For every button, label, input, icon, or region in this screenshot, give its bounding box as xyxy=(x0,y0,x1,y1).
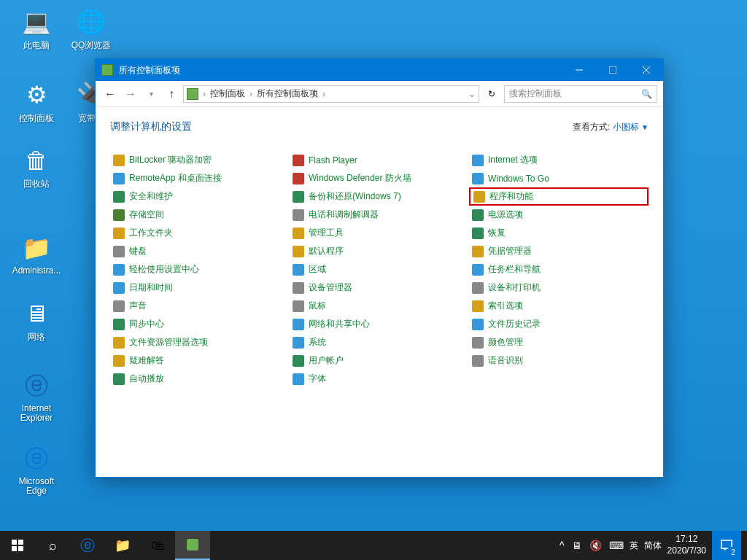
item-icon xyxy=(113,246,125,257)
control-panel-item[interactable]: 日期和时间 xyxy=(110,279,290,297)
item-icon xyxy=(472,355,484,367)
control-panel-item[interactable]: 疑难解答 xyxy=(110,351,290,370)
taskbar-store[interactable]: 🛍 xyxy=(140,531,175,560)
recent-button[interactable]: ▾ xyxy=(142,85,160,103)
control-panel-item[interactable]: 自动播放 xyxy=(110,370,290,388)
item-icon xyxy=(472,228,484,239)
control-panel-item[interactable]: 字体 xyxy=(290,370,469,388)
control-panel-item[interactable]: Flash Player xyxy=(290,151,469,169)
item-label: BitLocker 驱动器加密 xyxy=(129,154,212,166)
item-label: 区域 xyxy=(309,263,326,276)
page-title: 调整计算机的设置 xyxy=(110,120,192,133)
desktop-icon-this-pc[interactable]: 💻此电脑 xyxy=(11,7,62,52)
item-icon xyxy=(472,282,484,294)
item-label: 设备管理器 xyxy=(309,281,352,294)
edge-icon: ⓔ xyxy=(22,445,51,474)
control-panel-item[interactable]: 电源选项 xyxy=(469,206,649,224)
control-panel-item[interactable]: RemoteApp 和桌面连接 xyxy=(110,169,290,187)
desktop-icon-qq-browser[interactable]: 🌐QQ浏览器 xyxy=(66,7,117,52)
ime-indicator[interactable]: 简体 xyxy=(644,540,662,552)
control-panel-item[interactable]: 用户帐户 xyxy=(290,351,469,370)
control-panel-item[interactable]: 安全和维护 xyxy=(110,187,290,206)
content-area: 调整计算机的设置 查看方式: 小图标 ▼ BitLocker 驱动器加密Flas… xyxy=(96,107,663,477)
control-panel-item[interactable]: 语音识别 xyxy=(469,351,649,370)
control-panel-item[interactable]: 颜色管理 xyxy=(469,333,649,351)
search-button[interactable]: ⌕ xyxy=(35,531,70,560)
ime-indicator[interactable]: 英 xyxy=(630,540,638,552)
control-panel-item[interactable]: Windows Defender 防火墙 xyxy=(290,169,469,187)
item-icon xyxy=(293,209,304,221)
control-panel-item[interactable]: 同步中心 xyxy=(110,315,290,333)
network-icon[interactable]: 🖥 xyxy=(572,540,582,551)
item-label: 索引选项 xyxy=(488,300,523,312)
items-grid: BitLocker 驱动器加密Flash PlayerInternet 选项Re… xyxy=(110,151,649,388)
clock[interactable]: 17:12 2020/7/30 xyxy=(667,534,706,556)
volume-icon[interactable]: 🔇 xyxy=(589,540,602,551)
keyboard-icon[interactable]: ⌨ xyxy=(609,540,624,551)
control-panel-item[interactable]: 管理工具 xyxy=(290,224,469,242)
control-panel-item[interactable]: 系统 xyxy=(290,333,469,351)
control-panel-item[interactable]: 区域 xyxy=(290,260,469,279)
refresh-button[interactable]: ↻ xyxy=(482,85,501,103)
system-tray: ^ 🖥 🔇 ⌨ 英 简体 17:12 2020/7/30 2 xyxy=(560,531,747,560)
control-panel-item[interactable]: 默认程序 xyxy=(290,242,469,260)
desktop-icon-ie[interactable]: ⓔInternet Explorer xyxy=(11,372,62,423)
close-button[interactable] xyxy=(630,59,663,81)
start-button[interactable] xyxy=(0,531,35,560)
view-selector[interactable]: 查看方式: 小图标 ▼ xyxy=(573,121,649,133)
back-button[interactable]: ← xyxy=(101,85,119,103)
taskbar-edge[interactable]: ⓔ xyxy=(70,531,105,560)
control-panel-item[interactable]: 键盘 xyxy=(110,242,290,260)
control-panel-item[interactable]: 文件历史记录 xyxy=(469,315,649,333)
minimize-button[interactable] xyxy=(562,59,596,81)
control-panel-item[interactable]: BitLocker 驱动器加密 xyxy=(110,151,290,169)
item-label: 声音 xyxy=(129,300,147,312)
item-label: Flash Player xyxy=(309,155,357,166)
control-panel-item[interactable]: Windows To Go xyxy=(469,169,649,187)
control-panel-item[interactable]: 轻松使用设置中心 xyxy=(110,260,290,279)
up-button[interactable]: ↑ xyxy=(163,85,180,103)
forward-button[interactable]: → xyxy=(122,85,139,103)
control-panel-item[interactable]: 恢复 xyxy=(469,224,649,242)
item-label: 语音识别 xyxy=(488,354,523,367)
control-panel-item[interactable]: 设备和打印机 xyxy=(469,279,649,297)
breadcrumb-item[interactable]: 控制面板 xyxy=(210,88,245,100)
action-center-button[interactable]: 2 xyxy=(712,531,741,560)
desktop-icon-recycle-bin[interactable]: 🗑回收站 xyxy=(11,146,62,190)
control-panel-item[interactable]: 鼠标 xyxy=(290,297,469,315)
desktop[interactable]: 💻此电脑 🌐QQ浏览器 ⚙控制面板 🔌宽带连 🗑回收站 📁Administra.… xyxy=(0,0,747,531)
control-panel-item[interactable]: 声音 xyxy=(110,297,290,315)
breadcrumb-item[interactable]: 所有控制面板项 xyxy=(257,88,318,100)
control-panel-item[interactable]: 索引选项 xyxy=(469,297,649,315)
control-panel-item[interactable]: 存储空间 xyxy=(110,206,290,224)
control-panel-item[interactable]: 电话和调制解调器 xyxy=(290,206,469,224)
control-panel-item[interactable]: 任务栏和导航 xyxy=(469,260,649,279)
control-panel-item[interactable]: 备份和还原(Windows 7) xyxy=(290,187,469,206)
control-panel-item[interactable]: 网络和共享中心 xyxy=(290,315,469,333)
item-icon xyxy=(472,319,484,330)
address-dropdown-icon[interactable]: ⌄ xyxy=(468,89,476,99)
item-icon xyxy=(113,373,125,385)
control-panel-item[interactable]: 文件资源管理器选项 xyxy=(110,333,290,351)
address-bar[interactable]: › 控制面板 › 所有控制面板项 › ⌄ xyxy=(183,85,479,103)
search-input[interactable]: 搜索控制面板 🔍 xyxy=(504,85,657,103)
titlebar[interactable]: 所有控制面板项 xyxy=(96,59,663,81)
control-panel-item[interactable]: Internet 选项 xyxy=(469,151,649,169)
control-panel-item[interactable]: 程序和功能 xyxy=(469,187,649,206)
desktop-icon-network[interactable]: 🖥网络 xyxy=(11,299,62,343)
item-icon xyxy=(293,191,304,203)
desktop-icon-control-panel[interactable]: ⚙控制面板 xyxy=(11,80,62,125)
desktop-icon-administrator[interactable]: 📁Administra... xyxy=(11,233,62,276)
item-label: 程序和功能 xyxy=(489,190,533,203)
control-panel-item[interactable]: 凭据管理器 xyxy=(469,242,649,260)
svg-rect-4 xyxy=(12,540,17,545)
taskbar-explorer[interactable]: 📁 xyxy=(105,531,140,560)
control-panel-item[interactable]: 设备管理器 xyxy=(290,279,469,297)
tray-expand-icon[interactable]: ^ xyxy=(560,540,565,551)
taskbar-control-panel[interactable] xyxy=(175,531,210,560)
desktop-icon-edge[interactable]: ⓔMicrosoft Edge xyxy=(11,445,62,496)
maximize-button[interactable] xyxy=(596,59,630,81)
control-panel-item[interactable]: 工作文件夹 xyxy=(110,224,290,242)
item-label: 网络和共享中心 xyxy=(309,318,370,330)
item-label: 鼠标 xyxy=(309,300,326,312)
